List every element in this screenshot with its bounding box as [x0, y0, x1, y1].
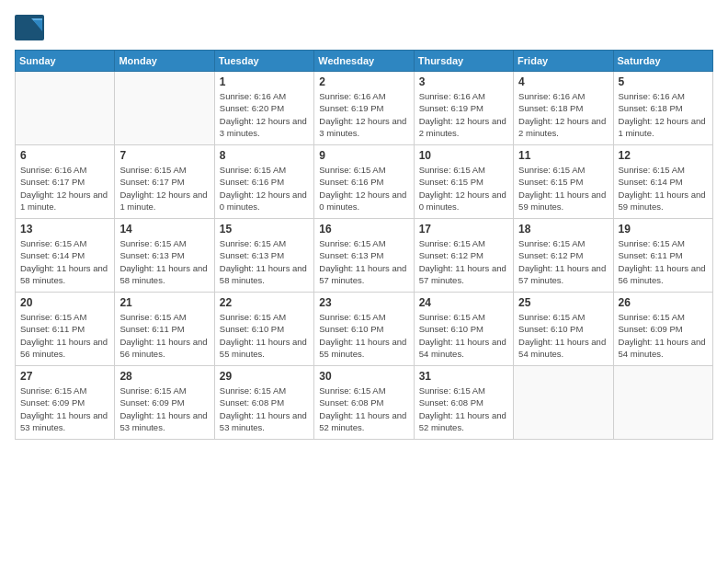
weekday-header-sunday: Sunday — [16, 51, 115, 72]
calendar-week-1: 1Sunrise: 6:16 AM Sunset: 6:20 PM Daylig… — [16, 72, 713, 145]
calendar-cell: 3Sunrise: 6:16 AM Sunset: 6:19 PM Daylig… — [414, 72, 513, 145]
calendar-cell: 24Sunrise: 6:15 AM Sunset: 6:10 PM Dayli… — [414, 293, 513, 366]
day-info: Sunrise: 6:15 AM Sunset: 6:12 PM Dayligh… — [419, 237, 508, 286]
calendar-cell: 4Sunrise: 6:16 AM Sunset: 6:18 PM Daylig… — [514, 72, 613, 145]
day-info: Sunrise: 6:15 AM Sunset: 6:10 PM Dayligh… — [419, 311, 508, 360]
weekday-header-tuesday: Tuesday — [214, 51, 313, 72]
day-number: 4 — [518, 75, 608, 88]
day-number: 13 — [20, 223, 109, 236]
logo — [15, 15, 46, 40]
calendar-week-2: 6Sunrise: 6:16 AM Sunset: 6:17 PM Daylig… — [16, 145, 713, 219]
day-info: Sunrise: 6:15 AM Sunset: 6:11 PM Dayligh… — [619, 237, 708, 286]
weekday-header-friday: Friday — [514, 51, 613, 72]
calendar-cell: 30Sunrise: 6:15 AM Sunset: 6:08 PM Dayli… — [314, 366, 414, 440]
weekday-header-wednesday: Wednesday — [314, 51, 414, 72]
calendar-cell: 26Sunrise: 6:15 AM Sunset: 6:09 PM Dayli… — [613, 293, 712, 366]
calendar-cell: 23Sunrise: 6:15 AM Sunset: 6:10 PM Dayli… — [314, 293, 414, 366]
calendar-cell: 22Sunrise: 6:15 AM Sunset: 6:10 PM Dayli… — [214, 293, 313, 366]
calendar-cell: 7Sunrise: 6:15 AM Sunset: 6:17 PM Daylig… — [115, 145, 214, 219]
day-info: Sunrise: 6:16 AM Sunset: 6:18 PM Dayligh… — [518, 90, 608, 139]
page-header — [15, 15, 713, 40]
day-info: Sunrise: 6:15 AM Sunset: 6:10 PM Dayligh… — [220, 311, 309, 360]
day-info: Sunrise: 6:15 AM Sunset: 6:13 PM Dayligh… — [119, 237, 209, 286]
calendar-cell — [514, 366, 613, 440]
calendar-cell: 2Sunrise: 6:16 AM Sunset: 6:19 PM Daylig… — [314, 72, 414, 145]
calendar-cell: 31Sunrise: 6:15 AM Sunset: 6:08 PM Dayli… — [414, 366, 513, 440]
weekday-header-monday: Monday — [115, 51, 214, 72]
calendar-cell: 6Sunrise: 6:16 AM Sunset: 6:17 PM Daylig… — [16, 145, 115, 219]
calendar-cell — [16, 72, 115, 145]
calendar-cell: 21Sunrise: 6:15 AM Sunset: 6:11 PM Dayli… — [115, 293, 214, 366]
day-number: 10 — [419, 149, 508, 162]
day-number: 22 — [220, 296, 309, 309]
calendar-cell: 12Sunrise: 6:15 AM Sunset: 6:14 PM Dayli… — [613, 145, 712, 219]
day-info: Sunrise: 6:15 AM Sunset: 6:13 PM Dayligh… — [220, 237, 309, 286]
day-info: Sunrise: 6:15 AM Sunset: 6:14 PM Dayligh… — [619, 164, 708, 213]
day-number: 20 — [20, 296, 109, 309]
calendar-cell: 27Sunrise: 6:15 AM Sunset: 6:09 PM Dayli… — [16, 366, 115, 440]
day-info: Sunrise: 6:16 AM Sunset: 6:20 PM Dayligh… — [220, 90, 309, 139]
calendar-week-3: 13Sunrise: 6:15 AM Sunset: 6:14 PM Dayli… — [16, 219, 713, 293]
calendar-cell: 20Sunrise: 6:15 AM Sunset: 6:11 PM Dayli… — [16, 293, 115, 366]
day-info: Sunrise: 6:15 AM Sunset: 6:08 PM Dayligh… — [419, 385, 508, 433]
day-number: 26 — [619, 296, 708, 309]
calendar-cell: 13Sunrise: 6:15 AM Sunset: 6:14 PM Dayli… — [16, 219, 115, 293]
day-info: Sunrise: 6:15 AM Sunset: 6:10 PM Dayligh… — [518, 311, 608, 360]
calendar-cell: 16Sunrise: 6:15 AM Sunset: 6:13 PM Dayli… — [314, 219, 414, 293]
day-info: Sunrise: 6:16 AM Sunset: 6:18 PM Dayligh… — [619, 90, 708, 139]
day-number: 17 — [419, 223, 508, 236]
calendar-table: SundayMondayTuesdayWednesdayThursdayFrid… — [15, 50, 713, 440]
day-info: Sunrise: 6:15 AM Sunset: 6:08 PM Dayligh… — [319, 385, 408, 433]
day-info: Sunrise: 6:15 AM Sunset: 6:12 PM Dayligh… — [518, 237, 608, 286]
calendar-cell: 5Sunrise: 6:16 AM Sunset: 6:18 PM Daylig… — [613, 72, 712, 145]
day-number: 14 — [119, 223, 209, 236]
day-info: Sunrise: 6:15 AM Sunset: 6:15 PM Dayligh… — [518, 164, 608, 213]
day-number: 28 — [119, 370, 209, 383]
day-number: 5 — [619, 75, 708, 88]
calendar-cell: 17Sunrise: 6:15 AM Sunset: 6:12 PM Dayli… — [414, 219, 513, 293]
day-number: 25 — [518, 296, 608, 309]
day-info: Sunrise: 6:15 AM Sunset: 6:10 PM Dayligh… — [319, 311, 408, 360]
day-number: 21 — [119, 296, 209, 309]
day-info: Sunrise: 6:15 AM Sunset: 6:15 PM Dayligh… — [419, 164, 508, 213]
day-number: 31 — [419, 370, 508, 383]
calendar-cell: 29Sunrise: 6:15 AM Sunset: 6:08 PM Dayli… — [214, 366, 313, 440]
day-number: 8 — [220, 149, 309, 162]
weekday-header-row: SundayMondayTuesdayWednesdayThursdayFrid… — [16, 51, 713, 72]
calendar-cell: 14Sunrise: 6:15 AM Sunset: 6:13 PM Dayli… — [115, 219, 214, 293]
calendar-cell: 18Sunrise: 6:15 AM Sunset: 6:12 PM Dayli… — [514, 219, 613, 293]
day-info: Sunrise: 6:15 AM Sunset: 6:14 PM Dayligh… — [20, 237, 109, 286]
calendar-cell: 11Sunrise: 6:15 AM Sunset: 6:15 PM Dayli… — [514, 145, 613, 219]
day-number: 18 — [518, 223, 608, 236]
day-info: Sunrise: 6:15 AM Sunset: 6:16 PM Dayligh… — [319, 164, 408, 213]
day-number: 16 — [319, 223, 408, 236]
day-number: 24 — [419, 296, 508, 309]
calendar-cell — [613, 366, 712, 440]
day-info: Sunrise: 6:15 AM Sunset: 6:11 PM Dayligh… — [20, 311, 109, 360]
day-info: Sunrise: 6:15 AM Sunset: 6:08 PM Dayligh… — [220, 385, 309, 433]
day-number: 15 — [220, 223, 309, 236]
weekday-header-thursday: Thursday — [414, 51, 513, 72]
calendar-cell: 1Sunrise: 6:16 AM Sunset: 6:20 PM Daylig… — [214, 72, 313, 145]
day-number: 19 — [619, 223, 708, 236]
day-info: Sunrise: 6:15 AM Sunset: 6:09 PM Dayligh… — [619, 311, 708, 360]
day-number: 27 — [20, 370, 109, 383]
day-number: 1 — [220, 75, 309, 88]
day-info: Sunrise: 6:16 AM Sunset: 6:19 PM Dayligh… — [319, 90, 408, 139]
day-info: Sunrise: 6:15 AM Sunset: 6:09 PM Dayligh… — [119, 385, 209, 433]
day-info: Sunrise: 6:15 AM Sunset: 6:11 PM Dayligh… — [119, 311, 209, 360]
calendar-week-4: 20Sunrise: 6:15 AM Sunset: 6:11 PM Dayli… — [16, 293, 713, 366]
day-info: Sunrise: 6:16 AM Sunset: 6:17 PM Dayligh… — [20, 164, 109, 213]
day-info: Sunrise: 6:16 AM Sunset: 6:19 PM Dayligh… — [419, 90, 508, 139]
calendar-week-5: 27Sunrise: 6:15 AM Sunset: 6:09 PM Dayli… — [16, 366, 713, 440]
day-number: 23 — [319, 296, 408, 309]
weekday-header-saturday: Saturday — [613, 51, 712, 72]
day-number: 2 — [319, 75, 408, 88]
day-number: 6 — [20, 149, 109, 162]
calendar-cell: 25Sunrise: 6:15 AM Sunset: 6:10 PM Dayli… — [514, 293, 613, 366]
calendar-cell — [115, 72, 214, 145]
logo-icon — [15, 15, 44, 40]
day-info: Sunrise: 6:15 AM Sunset: 6:16 PM Dayligh… — [220, 164, 309, 213]
calendar-cell: 9Sunrise: 6:15 AM Sunset: 6:16 PM Daylig… — [314, 145, 414, 219]
day-number: 12 — [619, 149, 708, 162]
